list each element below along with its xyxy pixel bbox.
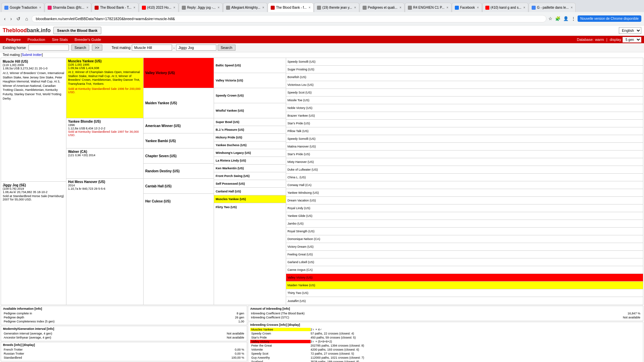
gen4-13: Misty Hanover (US) (286, 158, 643, 166)
language-select[interactable]: English (619, 27, 641, 34)
arrow-button[interactable]: >> (92, 45, 102, 51)
search2-button[interactable]: Search (218, 45, 235, 51)
gen4-5: Missile Toe (US) (286, 97, 643, 104)
nav-sire-stats[interactable]: Sire Stats (49, 37, 71, 43)
modernity-title: Modernity/Generation interval [info] (3, 327, 54, 330)
table-row: Standardbred 100,00 % (4, 356, 244, 359)
gen3-3-name: Wistful Yankee (US) (216, 109, 244, 112)
gen3-3: Wistful Yankee (US) (214, 103, 286, 118)
gen4-26: Garland Lobell (US) (286, 258, 643, 266)
tab-bloodbank1[interactable]: The Blood Bank - T... × (92, 3, 138, 12)
gen3-15-name: Flirty Two (US) (216, 205, 237, 209)
gen4-18: Dream Vacation (US) (286, 197, 643, 204)
close-icon[interactable]: × (133, 6, 136, 9)
submit-trotter-link[interactable]: Submit trotter (22, 53, 42, 57)
tab-allegiant[interactable]: Allegiant Almighty... × (223, 3, 267, 12)
tab-reply-jiggy[interactable]: Reply: Jiggy jog -... × (179, 3, 223, 12)
gen4-2: Bonefish (US) (286, 73, 643, 81)
tab-bloodbank-active[interactable]: The Blood Bank - f... × (268, 3, 314, 12)
profile-icon[interactable]: 👤 (563, 16, 569, 21)
gen4-22: Royal Strength (US) (286, 228, 643, 235)
tab-sharmila[interactable]: Sharmila Dass @fc... × (45, 3, 92, 12)
close-icon[interactable]: × (446, 6, 448, 9)
tab-label: Sharmila Dass @fc... (53, 6, 85, 9)
gen3-12-name: Self Possessed (US) (216, 182, 245, 185)
gen4-31: Justaflirt (US) (286, 297, 643, 305)
close-icon[interactable]: × (309, 6, 311, 9)
close-icon[interactable]: × (39, 6, 41, 9)
tab-pedigrees[interactable]: Pedigrees et quali... × (360, 3, 405, 12)
bookmark-icon[interactable]: ☆ (548, 16, 552, 21)
close-icon[interactable]: × (173, 6, 175, 9)
tab-favicon (95, 6, 99, 10)
dam-input[interactable] (176, 45, 216, 51)
gen4-29: Maiden Yankee (US) (286, 282, 643, 289)
gen3-14: Muscles Yankee (US) (214, 195, 286, 203)
close-icon[interactable]: × (218, 6, 220, 9)
search-blood-bank-button[interactable]: Search the Blood Bank (53, 27, 101, 34)
gen1-hot-mess: Hot Mess Hanover (US) 2014 1.10,7a kr 84… (66, 179, 143, 209)
forward-button[interactable]: › (9, 15, 13, 23)
gen3-2-name: Speedy Crown (US) (216, 94, 244, 97)
close-icon[interactable]: × (477, 6, 479, 9)
close-icon[interactable]: × (262, 6, 264, 9)
close-icon[interactable]: × (523, 6, 525, 9)
existing-horse-label: Existing horse (3, 46, 26, 50)
tab-therete[interactable]: (19) therete jean y... × (314, 3, 359, 12)
cross-name-stars-pride: Star's Pride (250, 336, 311, 339)
inbreeding-crosses-panel: Inbreeding Crosses [info] [display] Musc… (248, 322, 643, 362)
gen2-2-name: American Winner (US) (145, 124, 180, 128)
tab-favicon (271, 6, 275, 10)
gen3-10-name: Ken Warkentin (US) (216, 167, 244, 170)
cross-value-muscles-yankee: 2♀ + 4♂ (311, 328, 322, 331)
nav-pedigree[interactable]: Pedigree (3, 37, 24, 43)
search-button[interactable]: Search (71, 45, 89, 51)
gen4-12: Star's Pride (US) (286, 150, 643, 158)
update-chrome-button[interactable]: Nouvelle version de Chrome disponible (578, 15, 641, 22)
cross-name-guy-axworthy: Guy Axworthy (250, 356, 311, 359)
tab-label: Allegiant Almighty... (231, 6, 261, 9)
nav-breeders-guide[interactable]: Breeder's Guide (71, 37, 104, 43)
extensions-icon[interactable]: 🧩 (555, 16, 560, 21)
table-row: Ancestor birthyear (average, 4 gen) Not … (4, 336, 244, 339)
close-icon[interactable]: × (571, 6, 573, 9)
close-icon[interactable]: × (87, 6, 89, 9)
home-button[interactable]: ⌂ (24, 15, 29, 23)
gen2-cantab-hall: Cantab Hall (US) (144, 179, 214, 194)
gen2-0-name: Valley Victory (US) (145, 71, 175, 75)
gen2-american-winner: American Winner (US) (144, 118, 214, 133)
pedigree-completeness-label: Pedigree Completeness Index (5 gen) (4, 320, 207, 323)
inbreeding-coeff-stc-label: Inbreeding Coefficient (STC) (251, 316, 544, 319)
inbreeding-coeff-val: 16,847 % (545, 312, 641, 315)
tab-facebook[interactable]: Facebook × (452, 3, 482, 12)
gen3-11-name: Front Porch Swing (US) (216, 174, 250, 178)
cross-name-muscles-yankee: Muscles Yankee (250, 328, 311, 331)
settings-icon[interactable]: ⋮ (571, 16, 576, 21)
pedigree-table: Muscle Hill (US) (119 1,00) 2006 1.08,5a… (1, 58, 643, 305)
tab-paillette[interactable]: G - paillette dans le... × (529, 3, 576, 12)
address-bar[interactable] (32, 15, 546, 22)
reload-button[interactable]: ↺ (15, 15, 22, 23)
cross-row-guy-axworthy: Guy Axworthy 112000 paths, 1021 crosses … (250, 356, 641, 360)
tab-410-2023[interactable]: (410) 2023 Ho... × (139, 3, 178, 12)
russian-trotter-label: Russian Trotter (4, 352, 152, 355)
display-select[interactable]: 5 gen (623, 37, 641, 43)
close-icon[interactable]: × (399, 6, 401, 9)
browser-tabs: Google Traduction × Sharmila Dass @fc...… (0, 0, 644, 12)
tab-karolg[interactable]: (410) karol g and s... × (482, 3, 529, 12)
french-trotter-label: French Trotter (4, 348, 152, 351)
close-icon[interactable]: × (354, 6, 356, 9)
existing-horse-input[interactable] (29, 45, 69, 51)
cross-value-peter-great: 202785 paths, 1394 crosses (closest: 8) (311, 344, 364, 347)
table-row: Generation interval (average, 4 gen) Not… (4, 332, 244, 335)
nav-production[interactable]: Production (24, 37, 49, 43)
tab-google-traduction[interactable]: Google Traduction × (1, 3, 44, 12)
sire-input[interactable] (132, 45, 172, 51)
tab-r4[interactable]: R4 ENGHIEN C1 P... × (405, 3, 451, 12)
tab-favicon (363, 6, 367, 10)
gen2-her-culese: Her Culese (US) (144, 194, 214, 209)
horse1-stats: (119 1,00) 2006 (3, 63, 64, 67)
pedigree-complete-label: Pedigree complete in (4, 312, 207, 315)
cross-value-speedy-scot: 72 paths, 27 crosses (closest: 5) (311, 352, 354, 355)
back-button[interactable]: ‹ (3, 15, 7, 23)
